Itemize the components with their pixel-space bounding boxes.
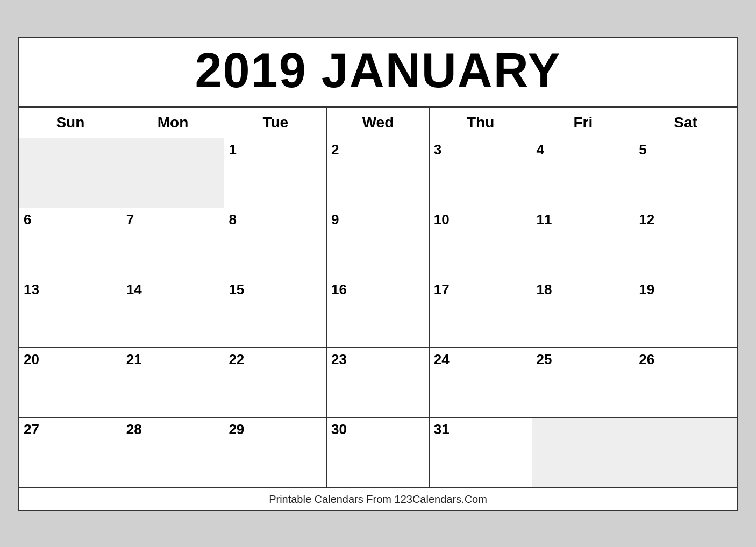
- calendar-cell: 22: [224, 347, 327, 417]
- calendar-cell: 4: [532, 138, 634, 208]
- calendar-cell: 25: [532, 347, 634, 417]
- calendar-cell: 7: [122, 208, 224, 278]
- week-row-5: 2728293031: [19, 417, 737, 487]
- day-header-mon: Mon: [122, 107, 224, 138]
- calendar-cell: 18: [532, 278, 634, 347]
- week-row-2: 6789101112: [19, 208, 737, 278]
- calendar-cell: 17: [429, 278, 532, 347]
- calendar-cell: 3: [429, 138, 532, 208]
- day-header-wed: Wed: [327, 107, 430, 138]
- calendar-title: 2019 JANUARY: [19, 38, 737, 107]
- day-header-sun: Sun: [19, 107, 122, 138]
- calendar-cell: 16: [327, 278, 430, 347]
- calendar-cell: 14: [122, 278, 224, 347]
- calendar-cell: 10: [429, 208, 532, 278]
- calendar-cell: 12: [634, 208, 737, 278]
- calendar-cell: [532, 417, 634, 487]
- calendar-cell: 5: [634, 138, 737, 208]
- calendar-cell: [19, 138, 122, 208]
- day-header-sat: Sat: [634, 107, 737, 138]
- calendar-cell: 23: [327, 347, 430, 417]
- calendar-cell: 8: [224, 208, 327, 278]
- calendar-cell: 15: [224, 278, 327, 347]
- calendar-cell: 13: [19, 278, 122, 347]
- calendar-cell: 24: [429, 347, 532, 417]
- calendar-cell: 19: [634, 278, 737, 347]
- day-header-fri: Fri: [532, 107, 634, 138]
- calendar-cell: 30: [327, 417, 430, 487]
- week-row-1: 12345: [19, 138, 737, 208]
- calendar-cell: 21: [122, 347, 224, 417]
- calendar-cell: 31: [429, 417, 532, 487]
- calendar-cell: 26: [634, 347, 737, 417]
- calendar-cell: 9: [327, 208, 430, 278]
- calendar-cell: 20: [19, 347, 122, 417]
- day-header-tue: Tue: [224, 107, 327, 138]
- calendar-cell: 28: [122, 417, 224, 487]
- calendar-cell: 2: [327, 138, 430, 208]
- calendar-grid: SunMonTueWedThuFriSat 123456789101112131…: [19, 107, 737, 488]
- week-row-3: 13141516171819: [19, 278, 737, 347]
- calendar-cell: 6: [19, 208, 122, 278]
- day-header-thu: Thu: [429, 107, 532, 138]
- calendar-cell: 27: [19, 417, 122, 487]
- calendar-cell: 29: [224, 417, 327, 487]
- calendar-container: 2019 JANUARY SunMonTueWedThuFriSat 12345…: [18, 37, 738, 511]
- calendar-cell: 1: [224, 138, 327, 208]
- calendar-footer: Printable Calendars From 123Calendars.Co…: [19, 488, 737, 510]
- calendar-cell: [122, 138, 224, 208]
- calendar-cell: [634, 417, 737, 487]
- week-row-4: 20212223242526: [19, 347, 737, 417]
- day-headers-row: SunMonTueWedThuFriSat: [19, 107, 737, 138]
- calendar-cell: 11: [532, 208, 634, 278]
